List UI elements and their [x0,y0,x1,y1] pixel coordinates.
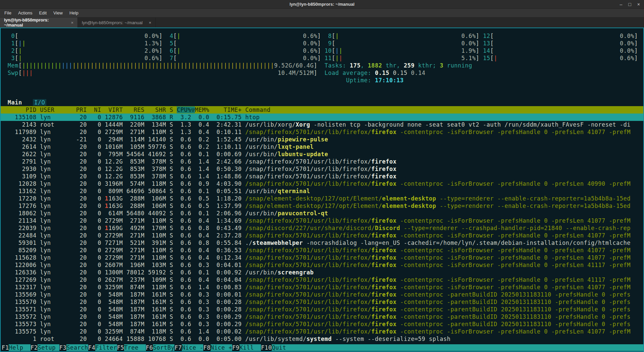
process-pri-ni: 20 0 [76,210,105,217]
process-stats: 0.6 1.4 1:48.86 [177,173,245,180]
process-row-13162[interactable]: 13162 lyn 20 0 809M 64696 50864 S 0.6 0.… [1,187,643,195]
process-row-17276[interactable]: 17276 lyn 20 0 1163G 288M 106M S 0.6 0.5… [1,202,643,210]
process-command: /usr/bin/ [245,151,278,158]
load-average: 0.14 [411,70,425,76]
process-row-12028[interactable]: 12028 lyn 20 0 3196M 574M 118M S 0.6 0.9… [1,180,643,187]
process-row-135569[interactable]: 135569 lyn 20 0 548M 187M 161M S 0.6 0.3… [1,291,643,298]
term-text [177,40,299,47]
htop-tab-io[interactable]: I/O [33,99,46,106]
process-user: lyn [40,239,76,246]
process-command: /snap/firefox/5701/usr/lib/firefox/ [245,217,371,224]
tab-close-icon[interactable]: × [149,20,151,25]
process-row-22039[interactable]: 22039 lyn 20 0 1169G 492M 170M S 0.6 0.8… [1,224,643,232]
process-user: lyn [40,313,76,320]
menu-edit[interactable]: Edit [36,9,50,16]
process-state: S [170,203,177,209]
function-key-f6[interactable]: F6 [146,344,153,351]
process-state: S [170,129,177,135]
tab-close-icon[interactable]: × [71,20,73,25]
terminal-tab-2[interactable]: lyn@lyn-b850mprors: ~/manual× [78,17,156,28]
process-row-22484[interactable]: 22484 lyn 20 0 2729M 271M 110M S 0.6 0.4… [1,232,643,239]
header-columns[interactable]: MEM% TIME+ Command [195,106,270,113]
process-row-21134[interactable]: 21134 lyn 20 0 2729M 271M 110M S 0.6 0.4… [1,217,643,224]
process-row-2791[interactable]: 2791 lyn 20 0 12.2G 853M 378M S 0.6 1.4 … [1,158,643,165]
function-key-f5[interactable]: F5 [117,344,124,351]
titlebar[interactable]: lyn@lyn-b850mprors: ~/manual –□× [0,0,644,9]
process-row-127269[interactable]: 127269 lyn 20 0 2627M 237M 109M S 0.6 0.… [1,276,643,283]
function-label-f10[interactable]: Quit [272,344,293,351]
process-row-135108[interactable]: 135108 lyn 20 0 12876 9116 3868 R 3.2 0.… [1,114,643,121]
process-row-135575[interactable]: 135575 lyn 20 0 3259M 874M 118M S 0.6 1.… [1,328,643,335]
header-columns[interactable]: PID USER PRI NI VIRT RES SHR S [4,106,177,113]
process-pid: 117989 [4,129,40,135]
process-row-85209[interactable]: 85209 lyn 20 0 2729M 271M 110M S 0.6 0.4… [1,247,643,254]
process-row-2432[interactable]: 2432 lyn -21 0 294M 114M 14140 S 0.6 0.2… [1,136,643,143]
process-state: S [170,217,177,224]
process-pri-ni: 20 0 [76,151,105,158]
function-label-f6[interactable]: SortBy [153,344,174,351]
header-sort-column-cpu[interactable]: CPU%▽ [177,106,195,113]
function-label-f8[interactable]: Nice + [211,344,232,351]
load-average: 0.15 [375,70,393,76]
process-row-59301[interactable]: 59301 lyn 20 0 7271M 521M 391M S 0.6 0.8… [1,239,643,247]
menu-help[interactable]: Help [66,9,82,16]
process-row-126336[interactable]: 126336 lyn 20 0 1300M 78012 59192 S 0.6 … [1,269,643,276]
process-state: S [170,336,177,342]
process-row-2143[interactable]: 2143 root 20 0 1444M 220M 134M S 1.3 0.4… [1,121,643,128]
term-text [4,99,8,106]
function-key-f8[interactable]: F8 [203,344,210,351]
process-state: S [170,173,177,180]
process-row-3109[interactable]: 3109 lyn 20 0 12.2G 853M 378M S 0.6 1.4 … [1,173,643,180]
process-row-1[interactable]: 1 root 20 0 24664 15888 10768 S 0.6 0.0 … [1,335,643,343]
process-row-117989[interactable]: 117989 lyn 20 0 2729M 271M 110M S 1.3 0.… [1,128,643,136]
process-row-115628[interactable]: 115628 lyn 20 0 2729M 271M 110M S 0.6 0.… [1,254,643,261]
memory-meter-bar: ||||||||||||||||||||||||||||||||||||||||… [72,62,274,69]
function-key-f9[interactable]: F9 [232,344,239,351]
function-label-f1[interactable]: Help [9,344,30,351]
function-label-f9[interactable]: Kill [239,344,261,351]
function-key-f4[interactable]: F4 [88,344,95,351]
function-key-f1[interactable]: F1 [2,344,9,351]
menu-actions[interactable]: Actions [15,9,36,16]
terminal-tab-1[interactable]: lyn@lyn-b850mprors: ~/manual× [0,17,78,28]
term-text: [ [490,40,494,47]
process-command: -contentproc -parentBuildID 202501311831… [396,306,631,313]
function-key-f2[interactable]: F2 [31,344,38,351]
process-row-135572[interactable]: 135572 lyn 20 0 548M 187M 161M S 0.6 0.3… [1,313,643,320]
term-text [22,99,33,106]
process-table-header[interactable]: PID USER PRI NI VIRT RES SHR S CPU%▽MEM%… [1,106,643,114]
process-row-2622[interactable]: 2622 lyn 20 0 795M 54564 41692 S 0.6 0.1… [1,150,643,158]
process-row-2614[interactable]: 2614 lyn 20 0 1016M 105M 59776 S 0.6 0.2… [1,143,643,150]
process-virt: 12.2G [105,158,123,165]
function-key-f7[interactable]: F7 [174,344,181,351]
function-label-f3[interactable]: Search [66,344,88,351]
function-key-f3[interactable]: F3 [59,344,66,351]
cpu-6-meter-value: 0.6% [299,47,317,54]
term-text [638,47,642,54]
function-label-f5[interactable]: Tree [124,344,146,351]
process-row-18062[interactable]: 18062 lyn 20 0 614M 56480 44092 S 0.6 0.… [1,210,643,217]
process-row-132317[interactable]: 132317 lyn 20 0 3259M 874M 118M S 0.6 1.… [1,283,643,291]
process-row-135570[interactable]: 135570 lyn 20 0 548M 187M 161M S 0.6 0.3… [1,298,643,306]
menu-file[interactable]: File [1,9,14,16]
function-key-f10[interactable]: F10 [261,344,272,351]
process-row-17220[interactable]: 17220 lyn 20 0 1163G 288M 106M S 0.6 0.5… [1,195,643,202]
process-stats: 0.6 0.3 0:00.29 [177,321,245,327]
function-label-f7[interactable]: Nice - [182,344,203,351]
function-label-f2[interactable]: Setup [38,344,59,351]
process-row-135571[interactable]: 135571 lyn 20 0 548M 187M 161M S 0.6 0.3… [1,306,643,313]
process-row-122006[interactable]: 122006 lyn 20 0 2607M 196M 103M S 0.6 0.… [1,261,643,269]
terminal-viewport[interactable]: 0[ 0.0%] 4[| 0.6%] 8[| 0.6%] 12[ 0.0%] 1… [0,28,644,352]
menu-view[interactable]: View [50,9,66,16]
close-button[interactable]: × [637,2,640,7]
process-stats: 0.6 1.4 0:00.83 [177,284,245,291]
minimize-button[interactable]: – [620,2,623,7]
process-command: -contentproc -isForBrowser -prefsHandle … [396,232,631,239]
process-row-2930[interactable]: 2930 lyn 20 0 12.2G 853M 378M S 0.6 1.4 … [1,165,643,173]
htop-tab-main[interactable]: Main [8,99,22,106]
function-label-f4[interactable]: Filter [95,344,117,351]
process-command: -contentproc -parentBuildID 202501311831… [396,313,631,320]
term-text: ] [634,47,638,54]
process-row-135573[interactable]: 135573 lyn 20 0 548M 187M 161M S 0.6 0.3… [1,320,643,328]
maximize-button[interactable]: □ [628,2,631,7]
